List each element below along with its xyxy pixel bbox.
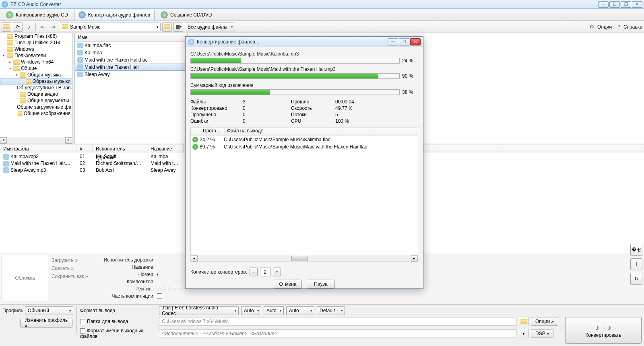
up-button[interactable] [162,22,172,32]
tree-item[interactable]: Общедоступные ТВ-зап... [0,84,72,91]
horizontal-scrollbar[interactable]: ◂ ▸ [191,255,418,262]
path-box[interactable]: Sample Music ▾ [60,23,161,31]
file-row[interactable]: Maid with the Flaxen Hair.flac [75,56,187,64]
dsp-button[interactable]: DSP » [531,329,553,338]
auto1-dropdown[interactable]: Auto [241,306,261,315]
dialog-minimize-button[interactable]: ─ [388,38,398,45]
tree-item[interactable]: ▾Общая музыка [0,72,72,78]
audio-file-icon [77,64,83,70]
tree-item[interactable]: ▸Windows 7 x64 [0,59,72,65]
queue-header[interactable]: Имя файла [0,144,76,153]
tree-item[interactable]: Образцы музыки [0,78,72,84]
forward-button[interactable]: ⇒ [49,22,58,32]
col-output[interactable]: Файл на выходе [225,128,263,136]
close-button[interactable]: ✕ [632,1,642,8]
tab-burn[interactable]: Создание CD/DVD [156,10,216,20]
queue-header[interactable]: Исполнитель дорожки [93,144,147,153]
folder-tree[interactable]: Program Files (x86)TuneUp Utilities 2014… [0,33,72,144]
queue-row[interactable]: Sleep Away.mp303Bob AcriSleep Away [0,167,185,174]
folder-icon [7,53,13,58]
meta-action[interactable]: Скачать » [52,264,89,272]
refresh-button[interactable]: ⟳ [13,22,23,32]
file-row[interactable]: Kalimba.flac [75,42,187,49]
outdir-field[interactable]: C:\Users\Windows 7 x64\Music [159,317,516,326]
tree-item[interactable]: Program Files (x86) [0,33,72,39]
options-button[interactable]: Опции » [531,317,558,326]
tab-convert[interactable]: Конвертация аудио файлов [74,10,155,20]
main-tabs: Копирование аудио CD Конвертация аудио ф… [0,9,644,21]
converters-field[interactable]: 2 [260,268,270,276]
increase-button[interactable]: + [273,268,281,276]
scroll-left-button[interactable]: ◂ [0,137,7,144]
tree-item[interactable]: TuneUp Utilities 2014 [0,39,72,46]
compilation-checkbox[interactable] [157,293,162,299]
auto3-dropdown[interactable]: Auto [286,306,314,315]
back-button[interactable]: ⇐ [37,22,47,32]
dialog-maximize-button[interactable]: ☐ [399,38,409,45]
output-row[interactable]: 24.2 %C:\Users\Public\Music\Sample Music… [191,136,418,143]
convert-button[interactable]: ♪→♪ Конвертировать [565,317,642,344]
file-row[interactable]: Kalimba [75,49,187,56]
pause-button[interactable]: Пауза [307,280,335,288]
cover-art[interactable]: Обложка [2,255,48,301]
edit-profile-button[interactable]: Изменить профиль » [20,319,72,327]
tree-item[interactable]: ▾Общие [0,65,72,72]
tree-item[interactable]: ▾Пользователи [0,52,72,59]
minimize-button[interactable]: ─ [598,1,609,8]
queue-row[interactable]: Maid with the Flaxen Hair....02Richard S… [0,160,185,167]
open-button[interactable] [2,22,11,32]
meta-action[interactable]: Сохранить как » [52,272,89,280]
dialog-icon [188,39,194,45]
codec-dropdown[interactable]: .flac | Free Lossless Audio Codec [159,306,239,315]
sync-button[interactable]: ↻ [630,273,642,285]
pattern-menu-button[interactable]: ▾ [519,329,528,338]
titlebar: EZ CD Audio Converter ─ ☐ ❐ ✕ [0,0,644,9]
tree-item[interactable]: Общие загруженные фа [0,104,72,110]
maximize-button[interactable]: ☐ [609,1,620,8]
folder-icon [26,79,31,84]
file-list: Имя Kalimba.flacKalimbaMaid with the Fla… [75,33,188,144]
col-progress[interactable]: Прогр... [191,128,225,136]
help-link[interactable]: Справка [623,24,642,30]
outdir-checkbox[interactable]: Папка для вывода [80,319,157,324]
options-link[interactable]: Опции [597,24,612,30]
audio-file-icon [77,43,83,48]
dialog-titlebar[interactable]: Конвертирование файлов... ─ ☐ ✕ [186,37,423,47]
convert-arrow-icon: ♪→♪ [595,323,611,332]
queue-header[interactable]: Название [147,144,184,153]
scroll-thumb[interactable] [291,256,308,261]
scroll-right-button[interactable]: ▸ [411,255,418,262]
view-button[interactable]: ▦▾ [173,22,183,32]
decrease-button[interactable]: - [250,268,258,276]
restore-button[interactable]: ❐ [621,1,631,8]
output-row[interactable]: 89.7 %C:\Users\Public\Music\Sample Music… [191,143,418,150]
tree-item[interactable]: Общие видео [0,91,72,97]
browse-outdir-button[interactable] [519,317,528,326]
pattern-field[interactable]: <Исполнитель> - <Альбом>\<Номер>. <Назва… [159,329,516,338]
file-list-header[interactable]: Имя [75,33,187,42]
status-ok-icon [192,137,198,142]
queue-row[interactable]: Kalimba.mp301Mr. ScruffKalimba [0,153,185,160]
tab-cd-rip[interactable]: Копирование аудио CD [2,10,72,20]
cancel-button[interactable]: Отмена [274,280,302,288]
text-button[interactable]: I [630,258,642,270]
profile-dropdown[interactable]: Обычный [25,306,73,315]
auto2-dropdown[interactable]: Auto [264,306,284,315]
queue-header[interactable]: # [76,144,93,153]
file-row[interactable]: Sleep Away [75,71,187,78]
tree-item[interactable]: Общие документы [0,97,72,104]
pattern-checkbox[interactable]: Формат имени выходных файлов [80,328,157,339]
meta-action[interactable]: Загрузить » [52,256,89,264]
visualizer-button[interactable]: �࿖ [630,244,642,256]
scroll-right-button[interactable]: ▸ [65,137,72,144]
default-dropdown[interactable]: Default [317,306,345,315]
folder-icon [20,72,26,78]
file-row[interactable]: Maid with the Flaxen Hair [75,64,187,71]
note-icon[interactable]: ♪ [24,22,34,32]
tree-item[interactable]: Общие изображения [0,110,72,117]
scroll-left-button[interactable]: ◂ [191,255,198,262]
convert-icon [78,11,86,19]
dialog-close-button[interactable]: ✕ [410,38,421,45]
filter-dropdown[interactable]: Все аудио файлы [185,23,235,31]
tree-item[interactable]: Windows [0,46,72,52]
